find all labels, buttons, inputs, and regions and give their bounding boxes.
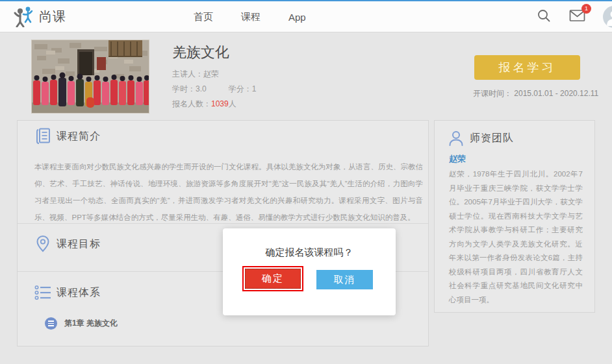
enroll-count-label: 报名人数： [172,99,211,108]
section-intro-title: 课程简介 [57,130,101,143]
teacher-bio: 赵荣，1978年生于四川北川。2002年7月毕业于重庆三峡学院，获文学学士学位。… [449,167,583,307]
list-outline-icon [34,283,51,302]
course-enrollment: 报名人数：1039人 [172,99,236,110]
top-navbar: 尚课 首页 课程 App [0,0,612,32]
course-credits: 学分：1 [229,84,257,93]
enroll-count-suffix: 人 [229,99,236,108]
section-goal-header: 课程目标 [34,234,101,254]
search-icon [537,8,554,23]
dialog-question: 确定报名该课程吗？ [223,247,396,259]
course-hours: 学时：3.0 [172,84,207,93]
enroll-count-value: 1039 [211,99,229,108]
brand-logo[interactable]: 尚课 [12,5,66,27]
brand-name: 尚课 [39,8,66,25]
nav-item-home[interactable]: 首页 [194,11,213,23]
chapter-label: 第1章 羌族文化 [64,318,118,329]
teachers-panel: 师资团队 赵荣 赵荣，1978年生于四川北川。2002年7月毕业于重庆三峡学院，… [434,120,595,313]
course-hours-credits: 学时：3.0学分：1 [172,84,256,95]
chapter-list-icon [45,317,57,330]
course-schedule: 开课时间： 2015.01.01 - 2020.12.11 [473,88,598,99]
teachers-title: 师资团队 [470,132,514,145]
enroll-button[interactable]: 报名学习 [474,55,580,80]
section-goal-title: 课程目标 [57,237,101,251]
course-intro-text: 本课程主要面向对少数民族文化感兴趣的学生而开设的一门文化课程。具体以羌族文化为对… [34,158,423,226]
chapter-item[interactable]: 第1章 羌族文化 [45,317,118,330]
course-instructor: 主讲人：赵荣 [172,69,219,80]
person-icon [448,128,465,148]
location-pin-icon [34,234,51,254]
teachers-header: 师资团队 [448,128,514,148]
notebook-icon [34,127,51,146]
section-system-header: 课程体系 [34,283,101,302]
navbar-right: 1 [537,1,612,32]
section-divider [18,223,428,224]
cancel-button[interactable]: 取消 [316,270,373,289]
nav-item-courses[interactable]: 课程 [241,11,261,23]
course-page: 尚课 首页 课程 App [0,0,612,364]
schedule-value: 2015.01.01 - 2020.12.11 [514,89,598,98]
logo-people-icon [12,5,34,27]
section-system-title: 课程体系 [57,286,101,300]
unread-badge: 1 [581,4,591,14]
schedule-label: 开课时间： [473,89,512,98]
confirm-enroll-dialog: 确定报名该课程吗？ 确定 取消 [223,228,396,315]
annotation-highlight-box: 确定 [242,266,303,291]
confirm-button[interactable]: 确定 [245,269,301,289]
section-intro-header: 课程简介 [34,127,101,146]
teacher-name-link[interactable]: 赵荣 [449,153,466,165]
course-title: 羌族文化 [172,43,229,62]
search-button[interactable] [537,8,554,25]
avatar[interactable] [603,6,612,28]
messages-button[interactable]: 1 [569,8,586,25]
main-nav: 首页 课程 App [194,1,306,32]
nav-item-app[interactable]: App [288,12,306,23]
course-photo [31,40,149,114]
